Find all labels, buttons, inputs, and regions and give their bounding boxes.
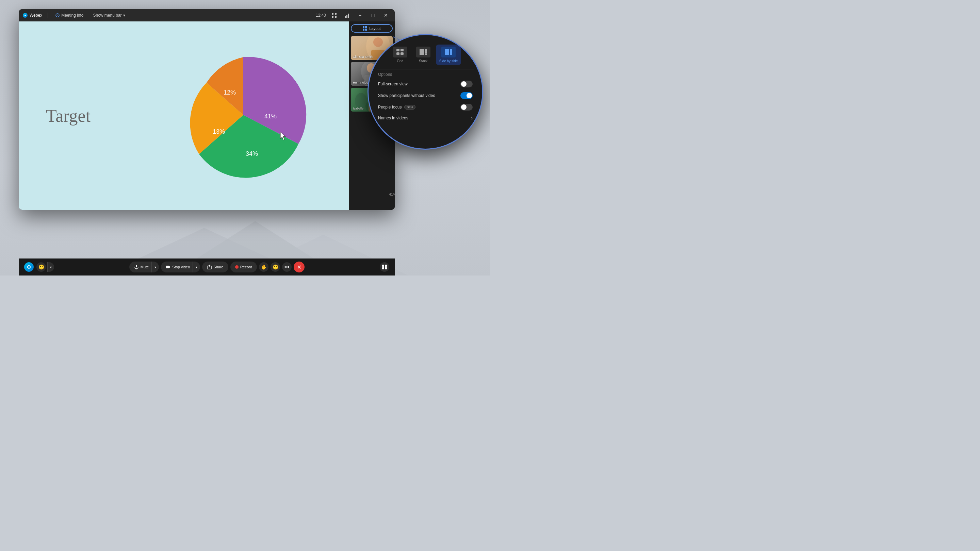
layout-popup-container: Grid Stack — [368, 34, 483, 150]
stop-video-button[interactable]: Stop video — [161, 262, 192, 272]
show-participants-toggle[interactable] — [460, 92, 473, 99]
close-button[interactable]: ✕ — [381, 11, 391, 20]
fullscreen-toggle-knob — [461, 81, 466, 87]
raise-hand-button[interactable]: ✋ — [259, 262, 269, 272]
people-focus-toggle[interactable] — [460, 104, 473, 111]
share-button[interactable]: Share — [202, 262, 228, 272]
fullscreen-label: Full-screen view — [378, 82, 408, 86]
grid-view-button[interactable] — [380, 262, 389, 272]
apps-icon — [331, 13, 337, 18]
video-chevron[interactable]: ▾ — [192, 262, 200, 272]
layout-label: Layout — [369, 27, 380, 30]
options-label: Options — [377, 72, 474, 77]
chevron-down-icon: ▾ — [123, 13, 125, 18]
svg-rect-7 — [335, 13, 337, 14]
grid-layout-label: Grid — [397, 59, 403, 63]
stack-layout-option[interactable]: Stack — [413, 44, 434, 65]
slide: Target 41% 34% 13% — [19, 21, 349, 210]
participant-name-isabelle: Isabelle — [353, 107, 363, 110]
minimize-icon: − — [359, 13, 361, 18]
end-call-icon: ✕ — [297, 264, 301, 270]
maximize-button[interactable]: □ — [368, 11, 378, 20]
side-by-side-layout-option[interactable]: Side by side — [436, 44, 461, 65]
meeting-info-icon: i — [56, 13, 60, 17]
titlebar: Webex i Meeting info Show menu bar ▾ 12:… — [19, 9, 395, 21]
pie-chart: 41% 34% 13% 12% — [179, 50, 308, 181]
svg-text:13%: 13% — [213, 128, 225, 135]
svg-rect-41 — [382, 265, 384, 267]
grid-layout-icon — [393, 47, 407, 57]
show-participants-label: Show participants without video — [378, 93, 435, 98]
video-icon — [166, 265, 170, 269]
names-in-videos-row: Names in videos › — [377, 113, 474, 123]
svg-text:41%: 41% — [264, 113, 277, 120]
meeting-info-button[interactable]: i Meeting info — [53, 12, 86, 18]
reaction-chevron[interactable]: ▾ — [47, 262, 54, 272]
svg-rect-49 — [420, 49, 424, 55]
layout-options: Grid Stack — [377, 44, 474, 65]
emoji-icon: 🙂 — [272, 264, 278, 270]
toolbar-left: 🙂 ▾ — [24, 262, 54, 272]
toolbar: 🙂 ▾ Mute ▾ Stop video ▾ Share — [19, 259, 395, 275]
svg-rect-12 — [348, 14, 349, 18]
svg-point-3 — [24, 14, 26, 16]
show-participants-toggle-knob — [466, 93, 472, 98]
svg-rect-9 — [335, 16, 337, 18]
webex-icon — [23, 13, 27, 18]
layout-icon — [363, 26, 367, 30]
svg-rect-47 — [396, 52, 399, 55]
reactions-button[interactable]: 🙂 — [270, 262, 280, 272]
svg-rect-6 — [332, 13, 334, 14]
side-by-side-icon — [441, 47, 456, 57]
titlebar-controls: 12:40 − □ ✕ — [316, 11, 391, 20]
more-options-button[interactable]: ••• — [282, 262, 292, 272]
svg-rect-38 — [166, 266, 169, 268]
svg-rect-54 — [450, 49, 452, 55]
people-focus-label-wrap: People focus Beta — [378, 105, 415, 110]
fullscreen-toggle[interactable] — [460, 81, 473, 87]
titlebar-divider — [48, 13, 48, 18]
show-menu-button[interactable]: Show menu bar ▾ — [91, 12, 127, 18]
svg-rect-8 — [332, 16, 334, 18]
svg-rect-52 — [425, 53, 427, 55]
toolbar-right — [380, 262, 389, 272]
minimize-button[interactable]: − — [355, 11, 365, 20]
fullscreen-option-row: Full-screen view — [377, 78, 474, 90]
mute-button[interactable]: Mute — [129, 262, 151, 272]
svg-rect-20 — [365, 29, 367, 30]
main-content: Target 41% 34% 13% — [19, 21, 395, 210]
side-by-side-label: Side by side — [439, 59, 458, 63]
people-focus-label: People focus — [378, 105, 401, 110]
more-icon: ••• — [285, 264, 290, 270]
titlebar-icon-2[interactable] — [342, 11, 352, 20]
names-chevron-right-icon: › — [471, 115, 473, 121]
svg-rect-44 — [385, 267, 387, 269]
slide-title: Target — [46, 106, 91, 126]
reaction-icon[interactable]: 🙂 — [37, 262, 46, 272]
grid-icon — [382, 264, 387, 270]
share-icon — [207, 265, 212, 269]
signal-icon — [344, 13, 350, 18]
grid-layout-option[interactable]: Grid — [390, 44, 411, 65]
reaction-picker[interactable]: 🙂 ▾ — [37, 262, 54, 272]
layout-popup: Grid Stack — [368, 34, 483, 150]
beta-badge: Beta — [404, 105, 415, 110]
svg-rect-50 — [425, 49, 427, 51]
people-focus-toggle-knob — [461, 105, 466, 110]
mute-button-group: Mute ▾ — [129, 262, 159, 272]
mute-chevron[interactable]: ▾ — [151, 262, 159, 272]
svg-rect-19 — [363, 29, 364, 30]
svg-rect-18 — [365, 26, 367, 28]
svg-rect-17 — [363, 26, 364, 28]
svg-rect-36 — [136, 265, 137, 267]
titlebar-icon-1[interactable] — [329, 11, 339, 20]
record-icon — [235, 265, 239, 269]
people-focus-option-row: People focus Beta — [377, 102, 474, 113]
end-call-button[interactable]: ✕ — [294, 262, 305, 272]
stop-video-button-group: Stop video ▾ — [161, 262, 200, 272]
record-button[interactable]: Record — [231, 262, 257, 272]
layout-button[interactable]: Layout — [351, 24, 393, 33]
svg-text:34%: 34% — [246, 150, 258, 157]
app-name: Webex — [30, 13, 42, 18]
main-window: Webex i Meeting info Show menu bar ▾ 12:… — [19, 9, 395, 210]
